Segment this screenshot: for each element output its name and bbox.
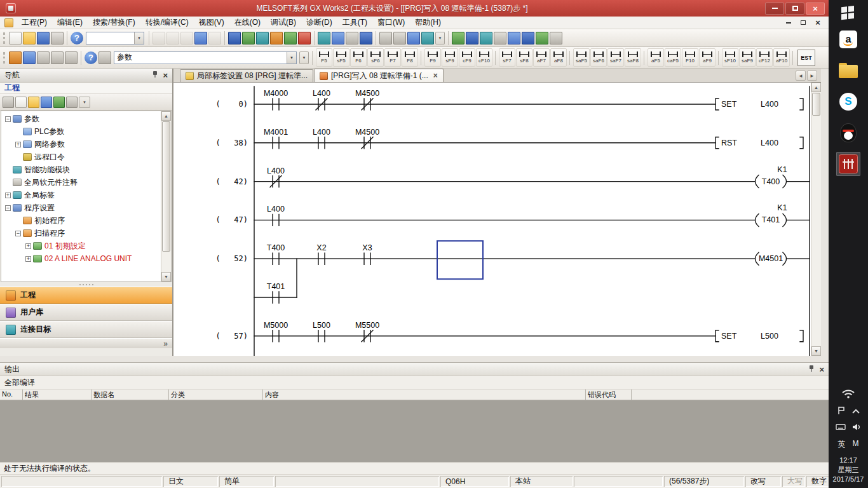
simple-display-icon[interactable] xyxy=(3,97,14,108)
project-review-icon[interactable] xyxy=(66,97,78,108)
docking-window-icon[interactable] xyxy=(37,51,50,64)
help2-icon[interactable] xyxy=(85,51,97,64)
online-program-change-icon[interactable] xyxy=(536,32,548,44)
output-column-1[interactable]: 结果 xyxy=(23,390,92,400)
taskbar-explorer-icon[interactable] xyxy=(836,58,860,83)
wifi-icon[interactable] xyxy=(841,388,855,400)
tab-scroll-left-button[interactable]: ◄ xyxy=(796,71,806,81)
tree-item[interactable]: PLC参数 xyxy=(1,125,160,138)
redo-icon[interactable] xyxy=(208,32,221,44)
ladder-editor-canvas[interactable]: ( 0)M4000L400M4500SETL400( 38)M4001L400M… xyxy=(173,83,821,356)
ladder-symbol-button-saF7[interactable]: saF7 xyxy=(607,48,624,67)
device-monitor-icon[interactable] xyxy=(466,32,478,44)
browse-dropdown-icon[interactable] xyxy=(299,51,309,64)
output-column-5[interactable]: 错误代码 xyxy=(586,390,632,400)
find-device-icon[interactable] xyxy=(98,51,111,64)
copy-icon[interactable] xyxy=(166,32,179,44)
tree-item[interactable]: +全局标签 xyxy=(1,189,160,201)
write-to-plc-icon[interactable] xyxy=(228,32,241,44)
new-data-icon[interactable] xyxy=(15,97,27,108)
toolbar-grip[interactable] xyxy=(3,32,5,44)
tree-expander-icon[interactable]: − xyxy=(5,116,11,122)
device-test-icon[interactable] xyxy=(346,32,358,44)
tree-item[interactable]: −参数 xyxy=(1,112,160,125)
toolbar-grip[interactable] xyxy=(3,52,5,64)
ladder-symbol-button-sF6[interactable]: sF6 xyxy=(367,48,384,67)
ladder-symbol-button-F10[interactable]: F10 xyxy=(682,48,698,67)
maximize-button[interactable] xyxy=(785,3,804,15)
ladder-symbol-button-aF9[interactable]: aF9 xyxy=(699,48,715,67)
scroll-thumb[interactable] xyxy=(162,121,170,252)
all-folders-icon[interactable] xyxy=(28,97,39,108)
transfer-setup-icon[interactable] xyxy=(550,32,562,44)
program-check-icon[interactable] xyxy=(494,32,506,44)
new-project-icon[interactable] xyxy=(9,32,22,44)
paste-icon[interactable] xyxy=(180,32,193,44)
menu-item-1[interactable]: 编辑(E) xyxy=(52,16,88,29)
print-icon[interactable] xyxy=(51,32,64,44)
tab-close-icon[interactable]: × xyxy=(433,72,438,79)
taskbar-amazon-icon[interactable]: a xyxy=(836,27,860,51)
touch-keyboard-icon[interactable] xyxy=(836,423,846,433)
scroll-down-icon[interactable]: ▼ xyxy=(161,272,171,281)
menu-item-10[interactable]: 帮助(H) xyxy=(410,16,446,29)
close-panel-icon[interactable]: × xyxy=(819,365,824,374)
sort-icon[interactable] xyxy=(41,97,52,108)
ladder-symbol-button-cF9[interactable]: cF9 xyxy=(459,48,475,67)
ladder-symbol-button-sF8[interactable]: sF8 xyxy=(516,48,532,67)
mdi-minimize-button[interactable] xyxy=(782,18,795,27)
taskbar-clock[interactable]: 12:17 星期三 2017/5/17 xyxy=(833,456,864,484)
menu-item-6[interactable]: 调试(B) xyxy=(266,16,301,29)
tab-local-label-setting[interactable]: 局部标签设置 08 [PRG] 運転準... xyxy=(180,69,313,82)
ladder-symbol-button-saF6[interactable]: saF6 xyxy=(590,48,607,67)
rebuild-all-icon[interactable] xyxy=(522,32,534,44)
help-icon[interactable] xyxy=(71,32,83,44)
language-indicator[interactable]: 英 xyxy=(838,439,846,450)
read-from-plc-icon[interactable] xyxy=(242,32,255,44)
output-column-0[interactable]: No. xyxy=(0,390,23,400)
ladder-symbol-button-aF10[interactable]: aF10 xyxy=(773,48,790,67)
menu-item-9[interactable]: 窗口(W) xyxy=(372,16,410,29)
tree-expander-icon[interactable]: + xyxy=(25,243,31,249)
ladder-symbol-button-cF10[interactable]: cF10 xyxy=(476,48,492,67)
action-center-flag-icon[interactable] xyxy=(837,406,846,417)
menu-item-7[interactable]: 诊断(D) xyxy=(301,16,337,29)
ladder-symbol-button-F7[interactable]: F7 xyxy=(384,48,401,67)
tree-item[interactable]: 智能功能模块 xyxy=(1,163,160,176)
tree-item[interactable]: −扫描程序 xyxy=(1,227,160,240)
menu-item-3[interactable]: 转换/编译(C) xyxy=(140,16,194,29)
cross-reference-icon[interactable] xyxy=(407,32,420,44)
ladder-symbol-button-aF5[interactable]: aF5 xyxy=(648,48,664,67)
output-column-3[interactable]: 分类 xyxy=(169,390,263,400)
speaker-icon[interactable] xyxy=(851,423,861,433)
tree-item[interactable]: 全局软元件注释 xyxy=(1,176,160,189)
remote-operation-icon[interactable] xyxy=(270,32,283,44)
scroll-down-icon[interactable]: ▼ xyxy=(811,346,821,356)
close-panel-icon[interactable]: × xyxy=(163,71,168,79)
sampling-trace-icon[interactable] xyxy=(360,32,372,44)
tree-item[interactable]: +01 初期設定 xyxy=(1,240,160,252)
ladder-symbol-button-caF5[interactable]: caF5 xyxy=(665,48,681,67)
tab-scroll-right-button[interactable]: ► xyxy=(807,71,817,81)
ladder-monitor-icon[interactable] xyxy=(452,32,465,44)
est-button[interactable]: EST xyxy=(797,50,815,66)
tree-expander-icon[interactable]: + xyxy=(5,193,11,198)
tree-item[interactable]: 远程口令 xyxy=(1,151,160,163)
device-combo[interactable]: 参数▼ xyxy=(114,51,297,64)
scroll-up-icon[interactable]: ▲ xyxy=(161,111,171,121)
project-data-list-icon[interactable] xyxy=(9,51,22,64)
menu-item-4[interactable]: 视图(V) xyxy=(194,16,229,29)
output-column-2[interactable]: 数据名 xyxy=(92,390,169,400)
ladder-symbol-button-saF8[interactable]: saF8 xyxy=(625,48,641,67)
ladder-symbol-button-sF7[interactable]: sF7 xyxy=(499,48,515,67)
stop-monitor-icon[interactable] xyxy=(298,32,311,44)
navigator-overflow-button[interactable]: » xyxy=(0,338,172,348)
open-project-icon[interactable] xyxy=(23,32,36,44)
toolbar-options-icon[interactable] xyxy=(435,32,445,44)
ladder-symbol-button-cF12[interactable]: cF12 xyxy=(756,48,773,67)
tree-scrollbar[interactable]: ▲ ▼ xyxy=(161,111,171,281)
tree-item[interactable]: +02 A LINE ANALOG UNIT xyxy=(1,252,160,265)
editor-vertical-scrollbar[interactable]: ▲ ▼ xyxy=(811,83,821,356)
mdi-restore-button[interactable] xyxy=(797,18,810,27)
scroll-thumb[interactable] xyxy=(812,93,820,116)
